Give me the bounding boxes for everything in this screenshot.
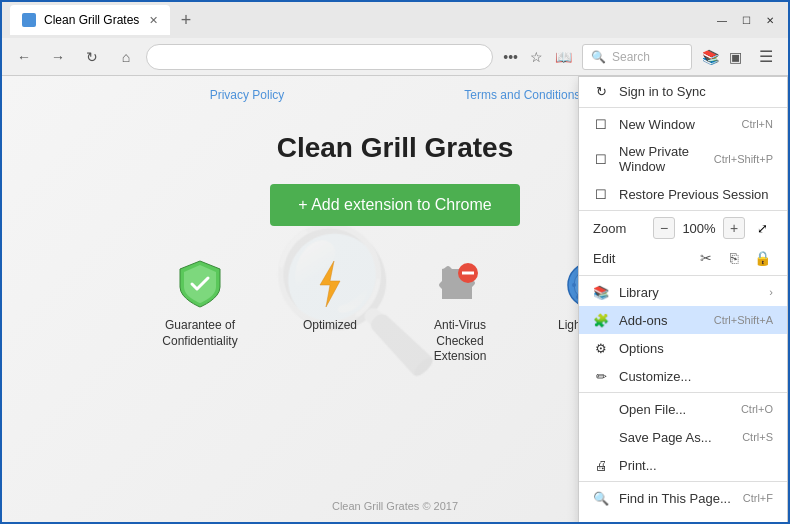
restore-session-icon: ☐	[593, 186, 609, 202]
menu-item-save-page[interactable]: Save Page As... Ctrl+S	[579, 423, 787, 451]
customize-icon: ✏	[593, 368, 609, 384]
tab-title: Clean Grill Grates	[44, 13, 139, 27]
new-tab-button[interactable]: +	[174, 8, 198, 32]
menu-divider-1	[579, 107, 787, 108]
close-button[interactable]: ✕	[760, 10, 780, 30]
menu-add-ons-shortcut: Ctrl+Shift+A	[714, 314, 773, 326]
menu-save-page-label: Save Page As...	[619, 430, 732, 445]
menu-new-private-window-label: New Private Window	[619, 144, 704, 174]
toolbar-icons: 📚 ▣	[698, 45, 746, 69]
cut-button[interactable]: ✂	[695, 247, 717, 269]
search-icon: 🔍	[591, 50, 606, 64]
library-menu-icon: 📚	[593, 284, 609, 300]
browser-tab[interactable]: Clean Grill Grates ✕	[10, 5, 170, 35]
feature-optimized-label: Optimized	[303, 318, 357, 334]
lightning-icon	[304, 258, 356, 310]
home-button[interactable]: ⌂	[112, 43, 140, 71]
menu-item-open-file[interactable]: Open File... Ctrl+O	[579, 395, 787, 423]
menu-restore-session-label: Restore Previous Session	[619, 187, 773, 202]
zoom-expand-button[interactable]: ⤢	[751, 217, 773, 239]
menu-item-options[interactable]: ⚙ Options	[579, 334, 787, 362]
menu-divider-2	[579, 210, 787, 211]
menu-item-restore-session[interactable]: ☐ Restore Previous Session	[579, 180, 787, 208]
content-wrapper: 🔍 Privacy Policy Terms and Conditions Cl…	[2, 76, 788, 522]
menu-options-label: Options	[619, 341, 773, 356]
tab-favicon	[22, 13, 36, 27]
menu-open-file-shortcut: Ctrl+O	[741, 403, 773, 415]
menu-divider-4	[579, 392, 787, 393]
menu-edit-row: Edit ✂ ⎘ 🔒	[579, 243, 787, 273]
back-button[interactable]: ←	[10, 43, 38, 71]
menu-item-find[interactable]: 🔍 Find in This Page... Ctrl+F	[579, 484, 787, 512]
shield-icon	[174, 258, 226, 310]
feature-confidentiality-label: Guarantee ofConfidentiality	[162, 318, 237, 349]
menu-new-window-shortcut: Ctrl+N	[742, 118, 773, 130]
svg-point-11	[572, 283, 576, 287]
bookmark-icon[interactable]: ☆	[526, 45, 547, 69]
menu-new-private-window-shortcut: Ctrl+Shift+P	[714, 153, 773, 165]
page-footer: Clean Grill Grates © 2017	[332, 500, 458, 512]
menu-item-library[interactable]: 📚 Library ›	[579, 278, 787, 306]
add-ons-icon: 🧩	[593, 312, 609, 328]
browser-frame: Clean Grill Grates ✕ + — ☐ ✕ ← → ↻ ⌂ •••…	[0, 0, 790, 524]
hamburger-menu-button[interactable]: ☰	[752, 43, 780, 71]
save-page-icon	[593, 429, 609, 445]
antivirus-icon	[434, 258, 486, 310]
menu-add-ons-label: Add-ons	[619, 313, 704, 328]
zoom-plus-button[interactable]: +	[723, 217, 745, 239]
library-icon[interactable]: 📚	[698, 45, 723, 69]
menu-save-page-shortcut: Ctrl+S	[742, 431, 773, 443]
paste-button[interactable]: 🔒	[751, 247, 773, 269]
menu-item-more[interactable]: More ›	[579, 512, 787, 522]
menu-item-add-ons[interactable]: 🧩 Add-ons Ctrl+Shift+A	[579, 306, 787, 334]
sidebar-icon[interactable]: ▣	[725, 45, 746, 69]
copy-button[interactable]: ⎘	[723, 247, 745, 269]
menu-item-sign-in-sync[interactable]: ↻ Sign in to Sync	[579, 77, 787, 105]
menu-customize-label: Customize...	[619, 369, 773, 384]
add-extension-button[interactable]: + Add extension to Chrome	[270, 184, 519, 226]
feature-optimized: Optimized	[285, 258, 375, 365]
menu-open-file-label: Open File...	[619, 402, 731, 417]
svg-marker-0	[320, 261, 340, 307]
address-bar[interactable]	[146, 44, 493, 70]
refresh-button[interactable]: ↻	[78, 43, 106, 71]
forward-button[interactable]: →	[44, 43, 72, 71]
page-title: Clean Grill Grates	[277, 132, 514, 164]
edit-label: Edit	[593, 251, 689, 266]
menu-item-new-window[interactable]: ☐ New Window Ctrl+N	[579, 110, 787, 138]
menu-divider-5	[579, 481, 787, 482]
privacy-link[interactable]: Privacy Policy	[210, 88, 285, 102]
search-placeholder: Search	[612, 50, 650, 64]
tab-close-button[interactable]: ✕	[149, 14, 158, 27]
more-icon[interactable]: •••	[499, 45, 522, 69]
find-icon: 🔍	[593, 490, 609, 506]
menu-new-window-label: New Window	[619, 117, 732, 132]
sync-icon: ↻	[593, 83, 609, 99]
dropdown-menu: ↻ Sign in to Sync ☐ New Window Ctrl+N ☐ …	[578, 76, 788, 522]
print-icon: 🖨	[593, 457, 609, 473]
reading-icon[interactable]: 📖	[551, 45, 576, 69]
menu-item-new-private-window[interactable]: ☐ New Private Window Ctrl+Shift+P	[579, 138, 787, 180]
maximize-button[interactable]: ☐	[736, 10, 756, 30]
zoom-label: Zoom	[593, 221, 647, 236]
menu-item-customize[interactable]: ✏ Customize...	[579, 362, 787, 390]
menu-library-label: Library	[619, 285, 759, 300]
search-bar[interactable]: 🔍 Search	[582, 44, 692, 70]
zoom-value: 100%	[681, 221, 717, 236]
menu-print-label: Print...	[619, 458, 773, 473]
library-arrow-icon: ›	[769, 286, 773, 298]
zoom-minus-button[interactable]: −	[653, 217, 675, 239]
title-bar: Clean Grill Grates ✕ + — ☐ ✕	[2, 2, 788, 38]
menu-item-print[interactable]: 🖨 Print...	[579, 451, 787, 479]
more-arrow-icon: ›	[769, 520, 773, 522]
minimize-button[interactable]: —	[712, 10, 732, 30]
open-file-icon	[593, 401, 609, 417]
terms-link[interactable]: Terms and Conditions	[464, 88, 580, 102]
menu-divider-3	[579, 275, 787, 276]
options-icon: ⚙	[593, 340, 609, 356]
feature-antivirus: Anti-Virus CheckedExtension	[415, 258, 505, 365]
menu-sign-in-label: Sign in to Sync	[619, 84, 773, 99]
window-controls: — ☐ ✕	[712, 10, 780, 30]
feature-antivirus-label: Anti-Virus CheckedExtension	[415, 318, 505, 365]
nav-icons: ••• ☆ 📖	[499, 45, 576, 69]
